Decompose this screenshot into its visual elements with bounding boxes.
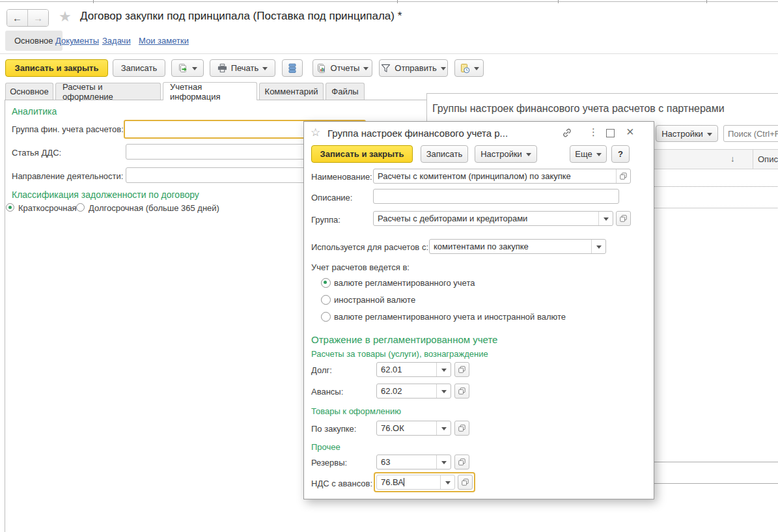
purchase-open-button[interactable] <box>454 421 469 436</box>
dialog-save-close-button[interactable]: Записать и закрыть <box>311 145 413 163</box>
radio-short-term[interactable] <box>6 203 14 212</box>
list-window-title: Группы настроек финансового учета расчет… <box>432 103 725 115</box>
vat-open-button[interactable] <box>458 475 473 490</box>
tab-label: Расчеты и оформление <box>63 82 154 102</box>
reserves-label: Резервы: <box>311 458 347 468</box>
send-button[interactable]: Отправить <box>379 59 448 77</box>
back-button[interactable]: ← <box>7 10 28 26</box>
dropdown-arrow-icon <box>262 67 268 70</box>
window-tab-tick <box>93 0 94 3</box>
advances-account-combo[interactable]: 62.02 <box>376 384 451 399</box>
reserves-account-combo[interactable]: 63 <box>376 455 451 469</box>
purchase-label: По закупке: <box>311 424 356 434</box>
tab-label: Учетная информация <box>170 82 250 102</box>
copy-link-icon[interactable] <box>562 128 572 141</box>
text-caret <box>404 478 404 486</box>
radio-short-term-label: Краткосрочная <box>18 203 77 213</box>
dropdown-button[interactable] <box>436 384 451 398</box>
advances-label: Авансы: <box>311 387 343 397</box>
menu-kebab-icon[interactable]: ⋮ <box>589 126 598 138</box>
save-button[interactable]: Записать <box>113 59 165 77</box>
dropdown-button[interactable] <box>436 421 451 435</box>
favorite-star-icon[interactable]: ★ <box>59 8 72 25</box>
dropdown-button[interactable] <box>598 212 613 225</box>
accounting-currency-label: Учет расчетов ведется в: <box>311 262 410 272</box>
group-combo[interactable]: Расчеты с дебиторами и кредиторами <box>373 211 613 226</box>
group-open-button[interactable] <box>616 211 631 226</box>
dialog-save-button[interactable]: Записать <box>421 145 468 163</box>
nav-separator <box>0 53 778 54</box>
dropdown-button[interactable] <box>591 240 605 253</box>
print-button[interactable]: Печать <box>210 59 275 77</box>
page-title: Договор закупки под принципала (Поставка… <box>80 10 402 23</box>
dialog-help-button[interactable]: ? <box>611 145 630 163</box>
nav-item-main[interactable]: Основное <box>5 31 63 51</box>
nav-link-documents[interactable]: Документы <box>55 36 99 46</box>
radio-regulated-currency[interactable] <box>321 278 331 288</box>
save-close-button[interactable]: Записать и закрыть <box>5 59 108 77</box>
column-header-description[interactable]: Описание <box>758 154 778 164</box>
close-icon[interactable]: × <box>626 124 634 139</box>
advances-open-button[interactable] <box>454 384 469 399</box>
radio-long-term-label: Долгосрочная (больше 365 дней) <box>89 203 219 213</box>
maximize-icon[interactable] <box>606 129 615 137</box>
other-subheader: Прочее <box>311 442 340 452</box>
debt-open-button[interactable] <box>454 362 469 377</box>
reserves-account-value: 63 <box>377 455 436 469</box>
dropdown-arrow-icon <box>363 67 368 70</box>
create-based-on-button[interactable] <box>171 59 204 77</box>
print-label: Печать <box>231 63 259 73</box>
used-for-combo[interactable]: комитентами по закупке <box>429 239 606 254</box>
vat-advances-label: НДС с авансов: <box>311 479 372 488</box>
name-label: Наименование: <box>311 172 372 182</box>
analytics-section-header: Аналитика <box>12 106 57 117</box>
settings-group-dialog: ☆ Группа настроек финансового учета р...… <box>303 121 654 499</box>
dialog-help-label: ? <box>618 149 623 159</box>
vat-account-value: 76.ВА <box>377 475 440 489</box>
dropdown-button[interactable] <box>440 475 454 489</box>
dialog-more-button[interactable]: Еще <box>570 145 607 163</box>
debt-account-combo[interactable]: 62.01 <box>376 362 451 377</box>
nav-link-tasks[interactable]: Задачи <box>102 36 131 46</box>
nav-link-notes[interactable]: Мои заметки <box>139 36 189 46</box>
structure-button[interactable] <box>282 59 303 77</box>
forward-button[interactable]: → <box>28 10 48 26</box>
radio-both-currencies[interactable] <box>321 312 331 322</box>
open-button[interactable] <box>616 169 630 183</box>
tab-files[interactable]: Файлы <box>326 83 365 100</box>
dropdown-button[interactable] <box>436 455 451 469</box>
radio-long-term[interactable] <box>76 203 85 212</box>
printer-icon <box>217 63 227 73</box>
list-search-input[interactable] <box>723 125 778 142</box>
purchase-account-combo[interactable]: 76.ОК <box>376 421 451 436</box>
tab-label: Основное <box>10 87 49 96</box>
dropdown-button[interactable] <box>436 363 451 376</box>
forward-arrow-icon: → <box>33 12 43 23</box>
tab-accounting-info[interactable]: Учетная информация <box>163 82 257 100</box>
report-icon <box>316 63 327 74</box>
dialog-save-close-label: Записать и закрыть <box>320 149 404 159</box>
tab-settlements[interactable]: Расчеты и оформление <box>55 83 161 100</box>
window-tab-tick <box>558 0 559 3</box>
description-input[interactable] <box>373 189 619 204</box>
dds-label: Статья ДДС: <box>12 148 61 158</box>
goods-registration-subheader: Товары к оформлению <box>311 406 401 416</box>
vat-focus-ring: 76.ВА <box>374 472 475 492</box>
main-window: ← → ★ Договор закупки под принципала (По… <box>0 0 778 532</box>
list-settings-button[interactable]: Настройки <box>656 125 718 142</box>
reg-accounting-section-header: Отражение в регламентированном учете <box>311 334 497 345</box>
radio-foreign-currency[interactable] <box>321 295 331 305</box>
vat-account-combo[interactable]: 76.ВА <box>376 475 455 490</box>
dialog-settings-button[interactable]: Настройки <box>475 145 537 163</box>
dialog-favorite-star-icon[interactable]: ☆ <box>311 126 320 139</box>
reserves-open-button[interactable] <box>454 455 469 469</box>
reminder-button[interactable] <box>454 59 484 77</box>
debt-account-value: 62.01 <box>377 363 436 376</box>
dialog-more-label: Еще <box>575 149 592 159</box>
save-close-label: Записать и закрыть <box>15 63 99 73</box>
tab-comment[interactable]: Комментарий <box>259 83 324 100</box>
dropdown-arrow-icon <box>526 153 531 156</box>
tab-main[interactable]: Основное <box>5 83 53 100</box>
name-input[interactable]: Расчеты с комитентом (принципалом) по за… <box>373 169 631 184</box>
reports-button[interactable]: Отчеты <box>313 59 372 77</box>
